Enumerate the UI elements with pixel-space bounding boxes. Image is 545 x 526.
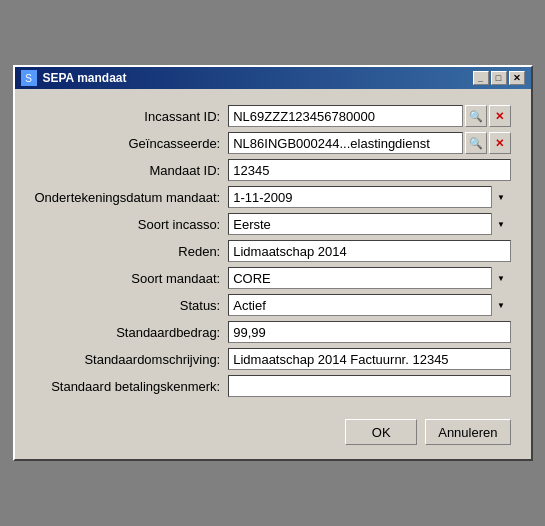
ondertekeningsdatum-input[interactable] [228, 186, 510, 208]
soort-incasso-wrapper: Eerste Doorlopend Eenmalig ▼ [228, 213, 510, 235]
standaardbedrag-input[interactable] [228, 321, 510, 343]
status-label: Status: [35, 298, 221, 313]
standaard-betalingskenmerk-label: Standaard betalingskenmerk: [35, 379, 221, 394]
ondertekeningsdatum-row: ▼ [228, 186, 510, 208]
sepa-mandaat-window: S SEPA mandaat _ □ ✕ Incassant ID: 🔍 ✕ G… [13, 65, 533, 461]
incassant-id-search-button[interactable]: 🔍 [465, 105, 487, 127]
geincasseerde-label: Geïncasseerde: [35, 136, 221, 151]
geincasseerde-clear-button[interactable]: ✕ [489, 132, 511, 154]
maximize-button[interactable]: □ [491, 71, 507, 85]
ok-button[interactable]: OK [345, 419, 417, 445]
titlebar: S SEPA mandaat _ □ ✕ [15, 67, 531, 89]
form-grid: Incassant ID: 🔍 ✕ Geïncasseerde: 🔍 ✕ Man… [35, 105, 511, 397]
standaardomschrijving-row [228, 348, 510, 370]
soort-mandaat-select[interactable]: CORE B2B [228, 267, 510, 289]
incassant-id-clear-button[interactable]: ✕ [489, 105, 511, 127]
incassant-id-label: Incassant ID: [35, 109, 221, 124]
annuleren-button[interactable]: Annuleren [425, 419, 510, 445]
soort-incasso-label: Soort incasso: [35, 217, 221, 232]
reden-row [228, 240, 510, 262]
mandaat-id-input[interactable] [228, 159, 510, 181]
window-icon: S [21, 70, 37, 86]
geincasseerde-input[interactable] [228, 132, 462, 154]
ondertekeningsdatum-wrapper: ▼ [228, 186, 510, 208]
ondertekeningsdatum-label: Ondertekeningsdatum mandaat: [35, 190, 221, 205]
window-title: SEPA mandaat [43, 71, 127, 85]
standaard-betalingskenmerk-row [228, 375, 510, 397]
geincasseerde-row: 🔍 ✕ [228, 132, 510, 154]
minimize-button[interactable]: _ [473, 71, 489, 85]
reden-input[interactable] [228, 240, 510, 262]
incassant-id-row: 🔍 ✕ [228, 105, 510, 127]
titlebar-left: S SEPA mandaat [21, 70, 127, 86]
standaard-betalingskenmerk-input[interactable] [228, 375, 510, 397]
reden-label: Reden: [35, 244, 221, 259]
close-button[interactable]: ✕ [509, 71, 525, 85]
soort-mandaat-label: Soort mandaat: [35, 271, 221, 286]
soort-incasso-select[interactable]: Eerste Doorlopend Eenmalig [228, 213, 510, 235]
standaardomschrijving-label: Standaardomschrijving: [35, 352, 221, 367]
soort-mandaat-row: CORE B2B ▼ [228, 267, 510, 289]
geincasseerde-search-button[interactable]: 🔍 [465, 132, 487, 154]
status-select[interactable]: Actief Inactief [228, 294, 510, 316]
standaardbedrag-label: Standaardbedrag: [35, 325, 221, 340]
form-content: Incassant ID: 🔍 ✕ Geïncasseerde: 🔍 ✕ Man… [15, 89, 531, 409]
status-wrapper: Actief Inactief ▼ [228, 294, 510, 316]
mandaat-id-row [228, 159, 510, 181]
footer: OK Annuleren [15, 409, 531, 459]
status-row: Actief Inactief ▼ [228, 294, 510, 316]
mandaat-id-label: Mandaat ID: [35, 163, 221, 178]
soort-mandaat-wrapper: CORE B2B ▼ [228, 267, 510, 289]
incassant-id-input[interactable] [228, 105, 462, 127]
standaardbedrag-row [228, 321, 510, 343]
titlebar-buttons: _ □ ✕ [473, 71, 525, 85]
standaardomschrijving-input[interactable] [228, 348, 510, 370]
soort-incasso-row: Eerste Doorlopend Eenmalig ▼ [228, 213, 510, 235]
